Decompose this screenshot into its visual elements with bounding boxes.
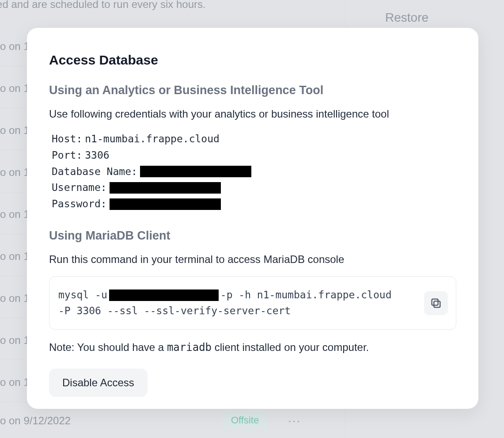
host-label: Host: <box>52 131 82 147</box>
mariadb-command-box: mysql -u -p -h n1-mumbai.frappe.cloud -P… <box>49 276 456 330</box>
password-value-redacted <box>110 198 221 210</box>
dbname-label: Database Name: <box>52 164 137 180</box>
cmd-post-line1: -p -h n1-mumbai.frappe.cloud <box>220 287 392 303</box>
note-post: client installed on your computer. <box>212 341 369 353</box>
mariadb-heading: Using MariaDB Client <box>49 229 456 243</box>
analytics-subtitle: Use following credentials with your anal… <box>49 108 456 120</box>
password-label: Password: <box>52 196 107 212</box>
svg-rect-0 <box>434 301 440 307</box>
dbname-value-redacted <box>140 166 251 177</box>
mariadb-subtitle: Run this command in your terminal to acc… <box>49 253 456 266</box>
copy-command-button[interactable] <box>424 291 448 315</box>
credentials-block: Host: n1-mumbai.frappe.cloud Port: 3306 … <box>52 131 456 212</box>
note-code: mariadb <box>167 341 212 354</box>
username-value-redacted <box>110 182 221 194</box>
access-database-modal: Access Database Using an Analytics or Bu… <box>27 28 478 409</box>
analytics-heading: Using an Analytics or Business Intellige… <box>49 84 456 97</box>
host-value: n1-mumbai.frappe.cloud <box>85 131 220 147</box>
cmd-user-redacted <box>109 289 219 301</box>
modal-title: Access Database <box>49 53 456 68</box>
port-value: 3306 <box>85 147 109 164</box>
cmd-line2: -P 3306 --ssl --ssl-verify-server-cert <box>58 303 416 319</box>
disable-access-button[interactable]: Disable Access <box>49 369 148 397</box>
port-label: Port: <box>52 147 82 164</box>
username-label: Username: <box>52 179 107 196</box>
note-pre: Note: You should have a <box>49 341 167 353</box>
copy-icon <box>430 297 442 309</box>
svg-rect-1 <box>432 299 438 305</box>
cmd-pre: mysql -u <box>58 287 107 303</box>
mariadb-note: Note: You should have a mariadb client i… <box>49 341 456 354</box>
